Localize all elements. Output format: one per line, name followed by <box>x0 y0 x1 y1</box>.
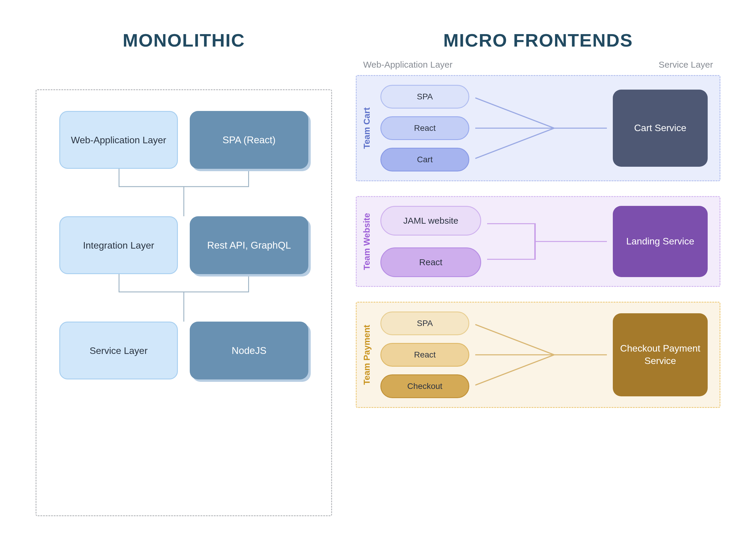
team-label-payment: Team Payment <box>362 325 372 385</box>
pill-text: SPA <box>417 319 433 328</box>
pill-web-jaml: JAML website <box>380 206 481 236</box>
tech-label: SPA (React) <box>222 134 275 146</box>
team-box-website: Team Website JAML website React Landing … <box>356 196 720 287</box>
tech-rest-graphql: Rest API, GraphQL <box>190 216 308 274</box>
pill-text: SPA <box>417 92 433 101</box>
monolithic-column: MONOLITHIC Web-Application Layer SPA (Re… <box>36 30 332 516</box>
team-box-payment: Team Payment SPA React Checkout Checkout… <box>356 302 720 408</box>
tech-label: NodeJS <box>231 345 266 356</box>
tech-label: Rest API, GraphQL <box>207 239 291 251</box>
team-box-cart: Team Cart SPA React Cart Cart Service <box>356 75 720 181</box>
monolithic-panel: Web-Application Layer SPA (React) Integr… <box>36 89 332 516</box>
pills-payment: SPA React Checkout <box>380 312 469 398</box>
monolithic-title: MONOLITHIC <box>36 30 332 51</box>
service-text: Landing Service <box>626 235 694 248</box>
pill-pay-react: React <box>380 343 469 367</box>
pill-text: JAML website <box>403 216 458 226</box>
service-text: Cart Service <box>634 122 686 134</box>
pill-text: Checkout <box>407 381 442 391</box>
mono-connector-1 <box>51 274 316 322</box>
pill-text: React <box>414 124 436 133</box>
mono-connector-0 <box>51 169 316 216</box>
pill-text: React <box>414 350 436 359</box>
microfrontends-title: MICRO FRONTENDS <box>356 30 720 51</box>
tech-nodejs: NodeJS <box>190 322 308 379</box>
mono-row-2: Service Layer NodeJS <box>51 322 316 379</box>
layer-label: Service Layer <box>90 345 148 356</box>
layer-integration: Integration Layer <box>59 216 178 274</box>
pill-text: React <box>419 257 442 267</box>
service-website: Landing Service <box>613 206 708 277</box>
mf-label-left: Web-Application Layer <box>363 60 452 70</box>
mono-row-0: Web-Application Layer SPA (React) <box>51 111 316 169</box>
pill-cart-react: React <box>380 116 469 140</box>
pills-website: JAML website React <box>380 206 481 277</box>
mf-layer-labels: Web-Application Layer Service Layer <box>356 60 720 70</box>
conn-cart <box>475 85 607 172</box>
mf-label-right: Service Layer <box>659 60 713 70</box>
tech-spa-react: SPA (React) <box>190 111 308 169</box>
pill-pay-spa: SPA <box>380 312 469 335</box>
layer-label: Web-Application Layer <box>71 134 166 146</box>
pill-pay-checkout: Checkout <box>380 375 469 398</box>
diagram-root: MONOLITHIC Web-Application Layer SPA (Re… <box>36 30 720 516</box>
microfrontends-column: MICRO FRONTENDS Web-Application Layer Se… <box>356 30 720 516</box>
pills-cart: SPA React Cart <box>380 85 469 172</box>
team-label-website: Team Website <box>362 213 372 270</box>
pill-cart-cart: Cart <box>380 148 469 172</box>
layer-service: Service Layer <box>59 322 178 379</box>
pill-cart-spa: SPA <box>380 85 469 109</box>
team-label-cart: Team Cart <box>362 107 372 149</box>
pill-web-react: React <box>380 247 481 277</box>
service-text: Checkout Payment Service <box>613 342 708 367</box>
service-cart: Cart Service <box>613 90 708 167</box>
conn-payment <box>475 312 607 398</box>
pill-text: Cart <box>417 155 433 164</box>
service-payment: Checkout Payment Service <box>613 313 708 396</box>
layer-web-app: Web-Application Layer <box>59 111 178 169</box>
layer-label: Integration Layer <box>83 239 154 251</box>
mono-row-1: Integration Layer Rest API, GraphQL <box>51 216 316 274</box>
conn-website <box>487 206 607 277</box>
